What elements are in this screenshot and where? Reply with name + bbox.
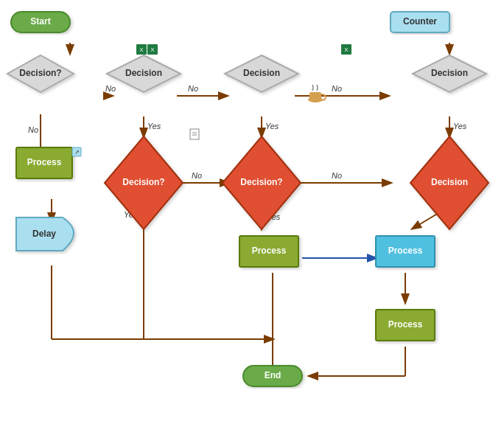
node-process4[interactable]: Process bbox=[376, 310, 435, 341]
svg-text:X: X bbox=[139, 46, 144, 53]
link-icon-process1: ↗ bbox=[72, 147, 81, 156]
svg-marker-9 bbox=[410, 136, 489, 229]
svg-marker-3 bbox=[225, 55, 298, 92]
label-d2-d3: No bbox=[188, 84, 198, 93]
node-d5[interactable]: Decision? bbox=[105, 136, 183, 229]
node-d1[interactable]: Decision? bbox=[7, 55, 74, 92]
flowchart-diagram: No No No No Yes Yes Yes No No Yes Yes Ye… bbox=[0, 0, 504, 421]
svg-text:X: X bbox=[344, 46, 349, 53]
label-d4-yes: Yes bbox=[453, 122, 467, 131]
svg-marker-1 bbox=[7, 55, 74, 92]
doc-icon-d5 bbox=[190, 129, 199, 139]
label-d1-no-down: No bbox=[28, 125, 38, 134]
svg-rect-12 bbox=[376, 310, 435, 341]
svg-rect-4 bbox=[391, 12, 449, 32]
node-d2[interactable]: Decision bbox=[107, 55, 181, 92]
excel-icon-d2b: X bbox=[147, 44, 158, 55]
svg-rect-11 bbox=[376, 236, 435, 267]
svg-rect-13 bbox=[243, 366, 302, 386]
svg-rect-20 bbox=[190, 129, 199, 139]
svg-rect-6 bbox=[16, 147, 72, 178]
label-d6-no: No bbox=[332, 171, 342, 180]
label-d2-yes: Yes bbox=[147, 122, 161, 131]
node-d4[interactable]: Decision bbox=[413, 55, 486, 92]
svg-text:↗: ↗ bbox=[74, 149, 80, 156]
excel-icon-d2: X bbox=[136, 44, 147, 55]
node-delay[interactable]: Delay bbox=[16, 218, 74, 251]
svg-rect-0 bbox=[11, 12, 70, 32]
node-end[interactable]: End bbox=[243, 366, 302, 386]
node-process2[interactable]: Process bbox=[239, 236, 298, 267]
node-process1[interactable]: Process bbox=[16, 147, 72, 178]
excel-icon-d3: X bbox=[341, 44, 351, 55]
svg-marker-5 bbox=[413, 55, 486, 92]
svg-rect-26 bbox=[309, 92, 321, 100]
svg-marker-2 bbox=[107, 55, 181, 92]
node-d6[interactable]: Decision? bbox=[223, 136, 301, 229]
label-d3-right: No bbox=[332, 84, 342, 93]
node-process3[interactable]: Process bbox=[376, 236, 435, 267]
svg-text:X: X bbox=[150, 46, 155, 53]
label-d1-d2: No bbox=[105, 84, 116, 93]
label-d5-no: No bbox=[192, 171, 202, 180]
node-d7[interactable]: Decision bbox=[410, 136, 489, 229]
svg-rect-10 bbox=[239, 236, 298, 267]
node-counter[interactable]: Counter bbox=[391, 12, 449, 32]
node-d3[interactable]: Decision bbox=[225, 55, 298, 92]
svg-marker-7 bbox=[105, 136, 183, 229]
label-d3-yes: Yes bbox=[265, 122, 279, 131]
svg-marker-8 bbox=[223, 136, 301, 229]
teacup-icon bbox=[308, 85, 326, 102]
node-start[interactable]: Start bbox=[11, 12, 70, 32]
